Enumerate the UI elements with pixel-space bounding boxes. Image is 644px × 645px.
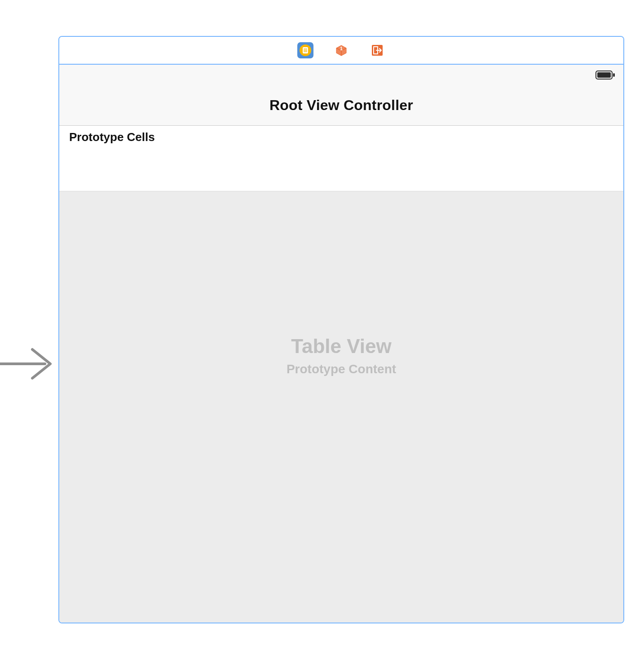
table-view[interactable]: Table View Prototype Content [59,191,623,623]
storyboard-scene[interactable]: 1 Root View Controller Prototype [58,36,624,623]
navigation-bar[interactable]: Root View Controller [59,65,623,126]
table-view-placeholder-title: Table View [291,335,391,358]
battery-icon [595,70,615,82]
segue-arrow-icon [0,337,58,391]
exit-icon[interactable] [369,42,385,58]
prototype-cells-header: Prototype Cells [59,126,623,148]
scene-dock: 1 [59,37,623,65]
svg-rect-14 [613,73,615,77]
prototype-cell[interactable] [59,148,623,191]
svg-rect-13 [597,72,611,78]
navigation-title[interactable]: Root View Controller [269,97,413,114]
table-view-placeholder-subtitle: Prototype Content [287,362,396,376]
view-controller-icon[interactable] [297,42,313,58]
first-responder-icon[interactable]: 1 [333,42,349,58]
svg-text:1: 1 [340,46,343,51]
